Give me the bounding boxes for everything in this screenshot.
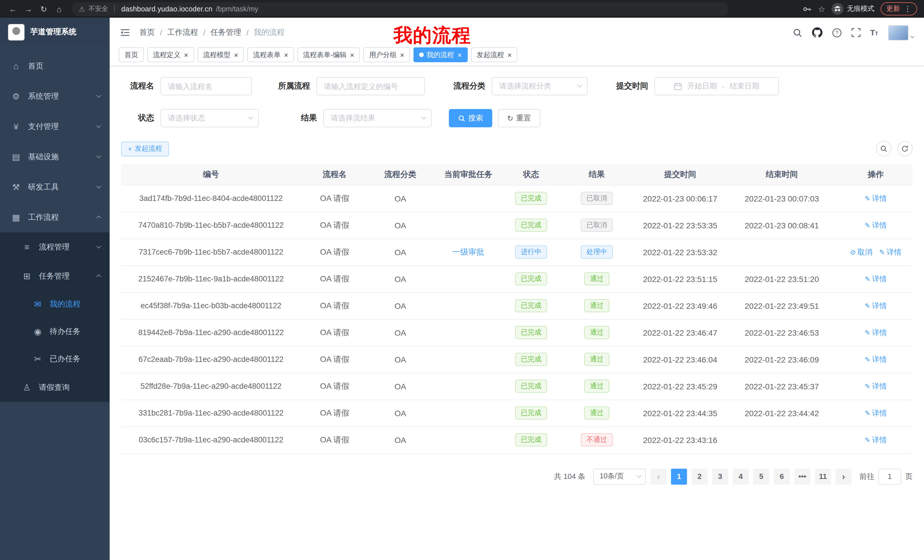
page-size-select[interactable]: 10条/页	[593, 469, 646, 484]
fullscreen-icon[interactable]	[851, 28, 860, 37]
page-button-6[interactable]: 6	[774, 469, 790, 484]
tab-7[interactable]: 发起流程×	[471, 47, 518, 62]
sidebar-item-workflow[interactable]: ▦ 工作流程	[0, 202, 110, 232]
sidebar-item-my-process[interactable]: ✉ 我的流程	[0, 290, 110, 318]
tab-0[interactable]: 首页	[119, 47, 144, 62]
browser-back-button[interactable]: ←	[6, 2, 20, 16]
cell-current-task	[432, 400, 504, 427]
action-detail[interactable]: ✎详情	[865, 301, 887, 311]
result-tag: 处理中	[581, 246, 613, 259]
process-name-input[interactable]	[160, 77, 252, 95]
font-size-icon[interactable]: TT	[870, 28, 878, 36]
refresh-table-button[interactable]	[897, 141, 913, 156]
sidebar-item-payment-management[interactable]: ¥ 支付管理	[0, 111, 110, 142]
submit-time-range-picker[interactable]: 开始日期 - 结束日期	[654, 77, 779, 95]
status-select[interactable]: 请选择状态	[160, 109, 259, 127]
github-icon[interactable]	[812, 27, 822, 38]
tab-label: 用户分组	[369, 50, 397, 60]
sidebar-item-dev-tools[interactable]: ⚒ 研发工具	[0, 172, 110, 202]
detail-icon: ✎	[865, 328, 870, 337]
tab-6[interactable]: 我的流程×	[414, 47, 467, 62]
tab-1[interactable]: 流程定义×	[147, 47, 194, 62]
action-detail[interactable]: ✎详情	[865, 220, 887, 231]
action-detail[interactable]: ✎详情	[865, 435, 887, 445]
cell-actions: ✎详情	[839, 346, 913, 373]
breadcrumb-item-home[interactable]: 首页	[140, 27, 155, 38]
browser-update-button[interactable]: 更新 ⋮	[880, 2, 917, 15]
page-button-3[interactable]: 3	[712, 469, 728, 484]
header-category: 流程分类	[368, 165, 432, 185]
search-button[interactable]: 搜索	[449, 109, 492, 127]
tab-close-icon[interactable]: ×	[284, 51, 288, 58]
tab-close-icon[interactable]: ×	[507, 51, 512, 58]
process-definition-input[interactable]	[316, 77, 425, 95]
action-detail[interactable]: ✎详情	[865, 327, 887, 338]
breadcrumb-item-task-management[interactable]: 任务管理	[210, 27, 241, 38]
tab-4[interactable]: 流程表单-编辑×	[297, 47, 360, 62]
browser-reload-button[interactable]: ↻	[36, 2, 51, 16]
show-search-button[interactable]	[876, 141, 891, 156]
action-cancel[interactable]: ⊘取消	[850, 247, 872, 257]
page-button-11[interactable]: 11	[815, 469, 831, 484]
tab-close-icon[interactable]: ×	[350, 51, 354, 58]
browser-home-button[interactable]: ⌂	[52, 2, 66, 16]
next-page-button[interactable]: ›	[836, 469, 852, 484]
table-row: 819442e8-7b9a-11ec-a290-acde48001122OA 请…	[121, 319, 913, 346]
page-ellipsis[interactable]: •••	[794, 469, 810, 484]
collapse-sidebar-icon[interactable]	[120, 28, 130, 37]
sidebar-item-leave-query[interactable]: ♙ 请假查询	[0, 373, 110, 402]
page-button-2[interactable]: 2	[692, 469, 708, 484]
sidebar-item-todo-tasks[interactable]: ◉ 待办任务	[0, 318, 110, 345]
omnibox-divider	[114, 5, 115, 13]
reset-button[interactable]: ↻ 重置	[498, 109, 540, 127]
sidebar-item-infrastructure[interactable]: ▤ 基础设施	[0, 142, 110, 172]
tab-3[interactable]: 流程表单×	[247, 47, 294, 62]
sidebar-item-home[interactable]: ⌂ 首页	[0, 51, 110, 81]
action-detail[interactable]: ✎详情	[865, 274, 887, 284]
page-button-1[interactable]: 1	[671, 469, 687, 484]
avatar[interactable]	[888, 25, 908, 40]
sidebar-item-system-management[interactable]: ⚙ 系统管理	[0, 81, 110, 111]
help-icon[interactable]: ?	[832, 28, 842, 37]
action-detail[interactable]: ✎详情	[865, 193, 887, 204]
password-key-icon[interactable]	[802, 4, 812, 13]
page-button-4[interactable]: 4	[733, 469, 748, 484]
action-detail[interactable]: ✎详情	[865, 408, 887, 418]
bookmark-star-icon[interactable]: ☆	[818, 4, 825, 13]
cell-submit-time: 2022-01-22 23:49:46	[636, 292, 725, 319]
tab-5[interactable]: 用户分组×	[363, 47, 410, 62]
browser-forward-button[interactable]: →	[21, 2, 35, 16]
sidebar-item-task-management[interactable]: ⊞ 任务管理	[0, 262, 110, 290]
tab-close-icon[interactable]: ×	[184, 51, 188, 58]
cell-actions: ✎详情	[839, 292, 913, 319]
address-bar[interactable]: ⚠ 不安全 dashboard.yudao.iocoder.cn /bpm/ta…	[72, 2, 729, 16]
prev-page-button[interactable]: ‹	[651, 469, 666, 484]
user-menu[interactable]	[888, 25, 914, 40]
cell-actions: ✎详情	[839, 212, 913, 239]
create-process-button[interactable]: + 发起流程	[121, 141, 169, 156]
chevron-up-icon	[96, 275, 101, 279]
search-icon[interactable]	[792, 28, 802, 37]
sidebar-item-done-tasks[interactable]: ✂ 已办任务	[0, 345, 110, 373]
page-button-5[interactable]: 5	[753, 469, 769, 484]
goto-page-input[interactable]	[878, 469, 901, 484]
action-detail[interactable]: ✎详情	[865, 381, 887, 391]
tab-close-icon[interactable]: ×	[400, 51, 404, 58]
result-select[interactable]: 请选择流结果	[323, 109, 432, 127]
process-category-select[interactable]: 请选择流程分类	[492, 77, 588, 95]
select-placeholder: 请选择流程分类	[499, 81, 551, 91]
sidebar-item-process-management[interactable]: ≡ 流程管理	[0, 232, 110, 262]
tab-2[interactable]: 流程模型×	[197, 47, 244, 62]
action-label: 详情	[872, 274, 887, 284]
cell-status: 已完成	[504, 265, 558, 292]
action-detail[interactable]: ✎详情	[879, 247, 902, 257]
tab-close-icon[interactable]: ×	[234, 51, 238, 58]
header-result: 结果	[558, 165, 636, 185]
action-detail[interactable]: ✎详情	[865, 354, 887, 364]
current-task-link[interactable]: 一级审批	[452, 247, 484, 256]
url-path: /bpm/task/my	[216, 5, 258, 13]
browser-menu-icon[interactable]: ⋮	[904, 5, 911, 13]
breadcrumb-item-workflow[interactable]: 工作流程	[167, 27, 198, 38]
tab-close-icon[interactable]: ×	[458, 51, 462, 58]
submit-time-label: 提交时间	[605, 81, 648, 91]
